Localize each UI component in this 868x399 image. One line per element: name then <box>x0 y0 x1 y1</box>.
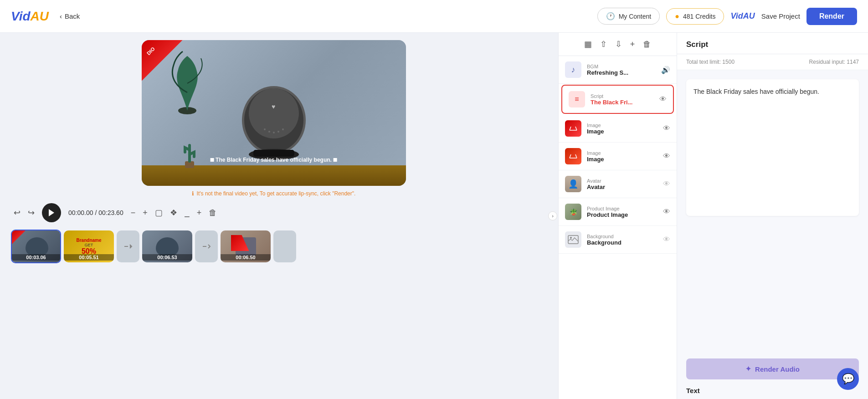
time-display: 00:00.00 / 00:23.60 <box>68 209 123 216</box>
main-area: DIO <box>0 33 868 399</box>
credits-label: 481 Credits <box>683 13 716 20</box>
header-left: VidAU ‹ Back <box>11 9 80 24</box>
layer-image-1-thumb <box>565 120 581 137</box>
header-center: 🕐 My Content ● 481 Credits VidAU Save Pr… <box>597 8 857 25</box>
layer-bgm-type: BGM <box>587 64 656 69</box>
layers-delete-button[interactable]: 🗑 <box>641 38 653 51</box>
layers-copy-button[interactable]: ▦ <box>582 37 594 51</box>
playback-controls: ↩ ↪ 00:00.00 / 00:23.60 − + ▢ ❖ ⎯ + 🗑 <box>9 203 538 222</box>
back-button[interactable]: ‹ Back <box>60 12 80 20</box>
svg-text:♥: ♥ <box>272 103 275 110</box>
layer-image-1[interactable]: Image Image 👁 <box>559 115 677 143</box>
chat-icon: 💬 <box>842 373 854 385</box>
sale-badge: DIO <box>142 40 183 81</box>
layer-bgm-visibility[interactable]: 🔊 <box>661 66 670 74</box>
timeline-item-6[interactable]: 00:06.50 <box>221 230 271 262</box>
script-text[interactable]: The Black Friday sales have officially b… <box>686 79 859 216</box>
layer-avatar[interactable]: 👤 Avatar Avatar 👁 <box>559 170 677 198</box>
svg-point-11 <box>282 128 284 130</box>
layer-avatar-name: Avatar <box>587 184 657 190</box>
layer-bgm[interactable]: ♪ BGM Refreshing S... 🔊 <box>559 56 677 84</box>
layer-bgm-name: Refreshing S... <box>587 69 656 76</box>
timeline-item-4[interactable]: 00:06.53 <box>142 230 192 262</box>
svg-rect-6 <box>253 150 294 157</box>
save-project-button[interactable]: Save Project <box>761 12 800 20</box>
delete-button[interactable]: 🗑 <box>209 208 217 218</box>
preview-area: DIO <box>0 33 547 399</box>
clock-icon: 🕐 <box>606 12 615 20</box>
layer-avatar-visibility[interactable]: 👁 <box>663 180 670 188</box>
layer-image-1-visibility[interactable]: 👁 <box>663 124 670 133</box>
coin-icon: ● <box>675 12 679 20</box>
layer-product-image-visibility[interactable]: 👁 <box>663 208 670 216</box>
timeline-item-2[interactable]: Brandname GET 50% 00:05.51 <box>64 230 114 262</box>
layer-image-2-visibility[interactable]: 👁 <box>663 152 670 160</box>
back-label: Back <box>65 12 80 20</box>
my-content-label: My Content <box>619 13 652 20</box>
logo: VidAU <box>11 9 49 24</box>
split-button[interactable]: ❖ <box>170 208 177 218</box>
layer-background-visibility[interactable]: 👁 <box>663 235 670 244</box>
layer-image-1-name: Image <box>587 128 657 135</box>
svg-point-7 <box>264 128 266 130</box>
sparkle-icon: ✦ <box>745 365 751 373</box>
timeline-item-1[interactable]: 00:03.06 <box>11 230 61 263</box>
layers-move-up-button[interactable]: ⇧ <box>598 37 609 51</box>
layer-script[interactable]: ≡ Script The Black Fri... 👁 <box>561 85 674 114</box>
warning-bar: ℹ It's not the final video yet, To get a… <box>9 190 538 197</box>
svg-point-16 <box>570 237 572 239</box>
layer-background-type: Background <box>587 234 657 239</box>
layer-product-image-info: Product Image Product Image <box>587 206 657 218</box>
timeline-item-3[interactable] <box>117 230 139 262</box>
layer-image-2-type: Image <box>587 150 657 156</box>
script-content-area: The Black Friday sales have officially b… <box>677 70 868 351</box>
layer-avatar-thumb: 👤 <box>565 176 581 192</box>
script-panel-header: Script <box>677 33 868 54</box>
credits-button[interactable]: ● 481 Credits <box>666 8 724 25</box>
layer-script-thumb: ≡ <box>569 91 585 107</box>
timeline-label-6: 00:06.50 <box>221 254 271 261</box>
layer-image-2-thumb <box>565 148 581 164</box>
layer-script-visibility[interactable]: 👁 <box>659 95 667 103</box>
layer-product-image[interactable]: 🪴 Product Image Product Image 👁 <box>559 198 677 226</box>
header: VidAU ‹ Back 🕐 My Content ● 481 Credits … <box>0 0 868 33</box>
layer-image-2[interactable]: Image Image 👁 <box>559 143 677 170</box>
vidau-link[interactable]: VidAU <box>730 11 755 21</box>
svg-point-8 <box>268 131 270 133</box>
back-arrow-icon: ‹ <box>60 12 62 20</box>
fit-button[interactable]: ▢ <box>155 208 163 218</box>
forward-button[interactable]: ↪ <box>28 208 35 218</box>
timeline-label-4: 00:06.53 <box>142 254 192 261</box>
zoom-out-button[interactable]: − <box>131 208 136 218</box>
layer-background-name: Background <box>587 239 657 246</box>
expand-handle[interactable]: › <box>547 33 558 399</box>
layer-product-image-type: Product Image <box>587 206 657 211</box>
warning-text: It's not the final video yet, To get acc… <box>197 190 356 197</box>
layer-background[interactable]: Background Background 👁 <box>559 226 677 254</box>
script-title: Script <box>686 40 708 49</box>
timeline-item-7[interactable] <box>273 230 296 262</box>
zoom-in-button[interactable]: + <box>143 208 148 218</box>
video-container: DIO <box>142 40 406 186</box>
render-button[interactable]: Render <box>806 8 857 25</box>
layer-image-1-info: Image Image <box>587 123 657 135</box>
layer-image-2-name: Image <box>587 156 657 163</box>
play-button[interactable] <box>42 203 61 222</box>
layer-avatar-type: Avatar <box>587 178 657 184</box>
script-panel: Script Total text limit: 1500 Residual i… <box>677 33 868 399</box>
layers-add-button[interactable]: + <box>628 38 637 51</box>
layer-product-image-name: Product Image <box>587 211 657 218</box>
rewind-button[interactable]: ↩ <box>14 208 21 218</box>
timeline: 00:03.06 Brandname GET 50% 00:05.51 <box>9 230 538 265</box>
trim-button[interactable]: ⎯ <box>185 208 190 218</box>
render-audio-button[interactable]: ✦ Render Audio <box>686 358 859 379</box>
chat-bubble-button[interactable]: 💬 <box>837 368 859 390</box>
text-section: Text <box>677 387 868 399</box>
add-button[interactable]: + <box>197 208 202 218</box>
timeline-item-5[interactable] <box>195 230 218 262</box>
cactus-decoration <box>178 138 201 172</box>
my-content-button[interactable]: 🕐 My Content <box>597 8 660 25</box>
layers-move-down-button[interactable]: ⇩ <box>613 37 624 51</box>
layers-panel: ▦ ⇧ ⇩ + 🗑 ♪ BGM Refreshing S... 🔊 ≡ Scri… <box>558 33 677 399</box>
chevron-right-icon[interactable]: › <box>548 211 557 220</box>
